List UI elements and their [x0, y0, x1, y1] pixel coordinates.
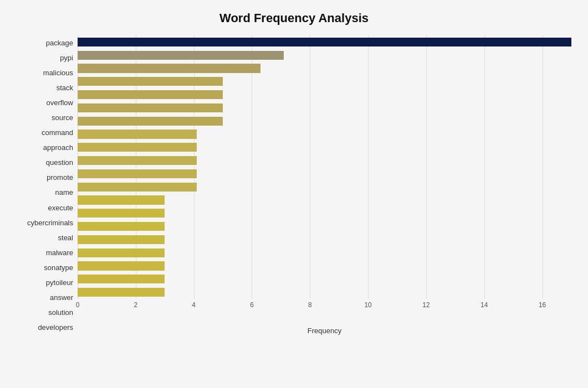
bar-row — [78, 49, 571, 62]
x-tick: 2 — [134, 301, 137, 309]
bar-row — [78, 141, 571, 154]
y-label: name — [55, 189, 73, 196]
y-label: overflow — [47, 99, 73, 106]
x-tick: 0 — [76, 301, 80, 309]
y-label: developers — [38, 324, 73, 331]
bar — [78, 77, 223, 86]
y-label: execute — [48, 204, 73, 211]
x-axis-label: Frequency — [78, 327, 571, 335]
bar-row — [78, 115, 571, 128]
bar-row — [78, 220, 571, 233]
bar — [78, 104, 223, 112]
y-label: solution — [48, 309, 73, 316]
x-tick: 8 — [308, 301, 312, 309]
bar-row — [78, 272, 571, 286]
y-label: approach — [43, 144, 73, 151]
bar — [78, 235, 165, 244]
y-label: answer — [50, 294, 73, 301]
y-axis-labels: packagepypimaliciousstackoverflowsourcec… — [17, 35, 78, 335]
bar — [78, 156, 197, 165]
bar — [78, 169, 197, 178]
bar — [78, 249, 165, 257]
bar — [78, 90, 223, 99]
bar-row — [78, 194, 571, 207]
bar — [78, 209, 165, 218]
bar — [78, 275, 165, 283]
bar-row — [78, 246, 571, 260]
x-tick: 4 — [192, 301, 196, 309]
bar-row — [78, 260, 571, 273]
bar — [78, 143, 197, 152]
bar — [78, 38, 571, 46]
x-tick: 10 — [364, 301, 371, 309]
y-label: pypi — [60, 54, 73, 61]
bar — [78, 117, 223, 126]
bar — [78, 288, 165, 297]
y-label: sonatype — [44, 264, 73, 271]
bar — [78, 222, 165, 231]
y-label: source — [52, 114, 73, 121]
bar — [78, 183, 197, 192]
y-label: steal — [58, 234, 73, 241]
y-label: cybercriminals — [27, 219, 73, 226]
y-label: malicious — [43, 69, 73, 76]
y-label: question — [46, 159, 73, 166]
x-axis: 0246810121416 — [78, 299, 571, 314]
x-tick: 14 — [480, 301, 488, 309]
bar-row — [78, 167, 571, 180]
bar-row — [78, 206, 571, 220]
bar-row — [78, 154, 571, 167]
y-label: malware — [46, 249, 73, 256]
x-tick: 12 — [422, 301, 430, 309]
y-label: command — [42, 129, 73, 136]
bar — [78, 195, 165, 204]
bar — [78, 64, 260, 73]
y-label: promote — [47, 174, 73, 181]
bar-row — [78, 286, 571, 299]
bar-row — [78, 233, 571, 246]
bar — [78, 51, 284, 60]
bar-row — [78, 101, 571, 115]
x-tick: 6 — [250, 301, 254, 309]
chart-title: Word Frequency Analysis — [17, 11, 571, 25]
chart-area: packagepypimaliciousstackoverflowsourcec… — [17, 35, 571, 335]
chart-container: Word Frequency Analysis packagepypimalic… — [0, 0, 588, 388]
bar-row — [78, 128, 571, 141]
bar — [78, 261, 165, 270]
y-label: stack — [57, 84, 73, 91]
bar-row — [78, 88, 571, 101]
bar-row — [78, 75, 571, 88]
x-tick: 16 — [539, 301, 546, 309]
bar — [78, 130, 197, 138]
bar-row — [78, 180, 571, 194]
y-label: pytoileur — [46, 279, 73, 286]
y-label: package — [46, 39, 73, 46]
grid-and-bars — [78, 35, 571, 299]
bar-row — [78, 35, 571, 49]
bars-and-grid: 0246810121416 Frequency — [78, 35, 571, 335]
bar-row — [78, 62, 571, 75]
